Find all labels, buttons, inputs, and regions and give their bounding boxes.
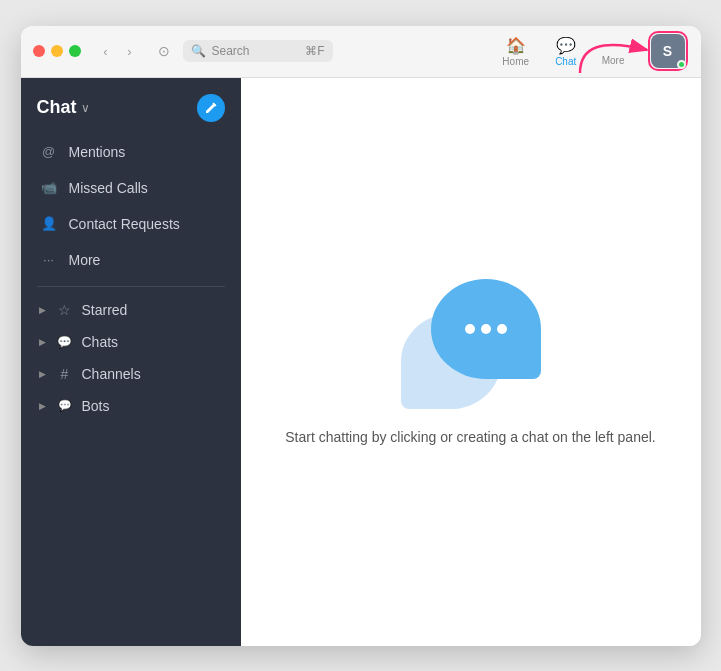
- sidebar-item-channels[interactable]: ▶ # Channels: [29, 359, 233, 389]
- forward-button[interactable]: ›: [119, 40, 141, 62]
- chats-label: Chats: [82, 334, 119, 350]
- sidebar-item-starred[interactable]: ▶ ☆ Starred: [29, 295, 233, 325]
- directory-icon[interactable]: ⊙: [153, 40, 175, 62]
- bubble-front: [431, 279, 541, 379]
- tab-more[interactable]: ··· More: [592, 32, 635, 70]
- home-tab-label: Home: [502, 56, 529, 67]
- compose-icon: [204, 101, 218, 115]
- nav-tabs: 🏠 Home 💬 Chat ··· More: [492, 32, 635, 71]
- chats-icon: 💬: [56, 335, 74, 349]
- contact-icon: 👤: [39, 214, 59, 234]
- more-icon: ···: [39, 250, 59, 270]
- avatar-container[interactable]: S: [651, 34, 685, 68]
- missed-calls-label: Missed Calls: [69, 180, 148, 196]
- search-box[interactable]: 🔍 Search ⌘F: [183, 40, 333, 62]
- more-label: More: [69, 252, 101, 268]
- expand-arrow-channels: ▶: [39, 369, 46, 379]
- more-tab-label: More: [602, 55, 625, 66]
- search-icon: 🔍: [191, 44, 206, 58]
- search-label: Search: [212, 44, 250, 58]
- dot-2: [481, 324, 491, 334]
- contact-requests-label: Contact Requests: [69, 216, 180, 232]
- bot-icon: 💬: [56, 399, 74, 412]
- app-window: ‹ › ⊙ 🔍 Search ⌘F 🏠 Home 💬 Chat ··· More: [21, 26, 701, 646]
- empty-state-text: Start chatting by clicking or creating a…: [285, 429, 655, 445]
- sidebar-title-row[interactable]: Chat ∨: [37, 97, 90, 118]
- channels-label: Channels: [82, 366, 141, 382]
- titlebar: ‹ › ⊙ 🔍 Search ⌘F 🏠 Home 💬 Chat ··· More: [21, 26, 701, 78]
- sidebar-item-bots[interactable]: ▶ 💬 Bots: [29, 391, 233, 421]
- sidebar-item-more[interactable]: ··· More: [29, 242, 233, 278]
- sidebar-title: Chat: [37, 97, 77, 118]
- tab-chat[interactable]: 💬 Chat: [542, 32, 590, 71]
- sidebar-item-mentions[interactable]: @ Mentions: [29, 134, 233, 170]
- sidebar-item-contact-requests[interactable]: 👤 Contact Requests: [29, 206, 233, 242]
- sidebar: Chat ∨ @ Mentions 📹 Missed Calls: [21, 78, 241, 646]
- hash-icon: #: [56, 366, 74, 382]
- expand-arrow-chats: ▶: [39, 337, 46, 347]
- nav-arrows: ‹ ›: [95, 40, 141, 62]
- chat-illustration: [401, 279, 541, 409]
- sidebar-menu: @ Mentions 📹 Missed Calls 👤 Contact Requ…: [21, 134, 241, 278]
- video-icon: 📹: [39, 178, 59, 198]
- avatar-letter: S: [663, 43, 672, 59]
- traffic-lights: [33, 45, 81, 57]
- back-button[interactable]: ‹: [95, 40, 117, 62]
- sidebar-divider: [37, 286, 225, 287]
- avatar[interactable]: S: [651, 34, 685, 68]
- search-shortcut: ⌘F: [305, 44, 324, 58]
- online-status-dot: [677, 60, 686, 69]
- at-icon: @: [39, 142, 59, 162]
- minimize-button[interactable]: [51, 45, 63, 57]
- compose-button[interactable]: [197, 94, 225, 122]
- expand-arrow-starred: ▶: [39, 305, 46, 315]
- dot-3: [497, 324, 507, 334]
- tab-home[interactable]: 🏠 Home: [492, 32, 540, 71]
- chat-tab-label: Chat: [555, 56, 576, 67]
- content-area: Chat ∨ @ Mentions 📹 Missed Calls: [21, 78, 701, 646]
- close-button[interactable]: [33, 45, 45, 57]
- maximize-button[interactable]: [69, 45, 81, 57]
- sidebar-item-chats[interactable]: ▶ 💬 Chats: [29, 327, 233, 357]
- home-icon: 🏠: [506, 36, 526, 55]
- sidebar-sections: ▶ ☆ Starred ▶ 💬 Chats ▶ # Channels ▶ 💬: [21, 295, 241, 421]
- sidebar-item-missed-calls[interactable]: 📹 Missed Calls: [29, 170, 233, 206]
- mentions-label: Mentions: [69, 144, 126, 160]
- more-dots-icon: ···: [606, 36, 619, 54]
- main-area: Start chatting by clicking or creating a…: [241, 78, 701, 646]
- chevron-down-icon: ∨: [81, 101, 90, 115]
- bots-label: Bots: [82, 398, 110, 414]
- sidebar-header: Chat ∨: [21, 90, 241, 134]
- chat-icon: 💬: [556, 36, 576, 55]
- star-icon: ☆: [56, 302, 74, 318]
- dot-1: [465, 324, 475, 334]
- expand-arrow-bots: ▶: [39, 401, 46, 411]
- starred-label: Starred: [82, 302, 128, 318]
